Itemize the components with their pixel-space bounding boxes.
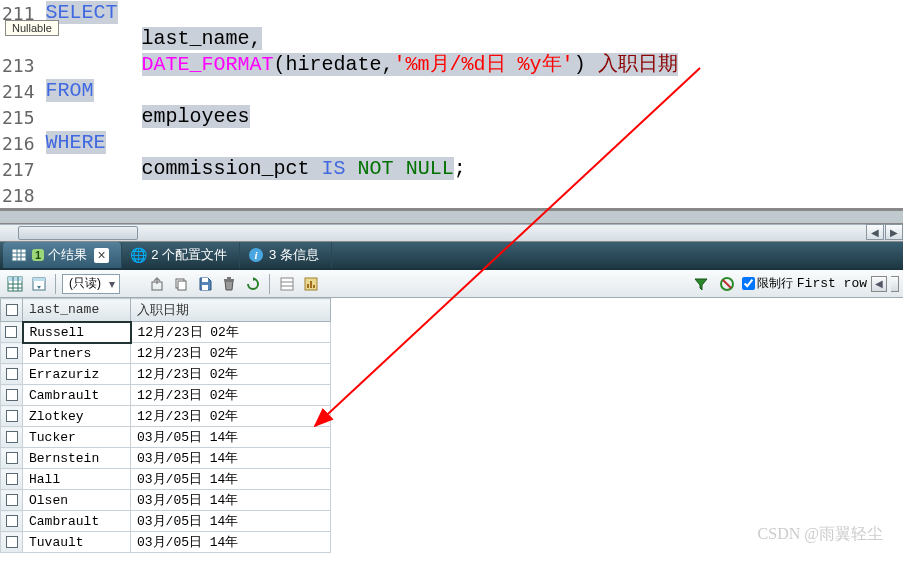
table-row[interactable]: Zlotkey12月/23日 02年 [1,406,331,427]
table-row[interactable]: Russell12月/23日 02年 [1,322,331,343]
svg-rect-19 [224,279,234,281]
nullable-tooltip: Nullable [5,20,59,36]
row-checkbox[interactable] [1,469,23,490]
row-checkbox[interactable] [1,385,23,406]
line-number: 213 [0,52,41,78]
tab-results[interactable]: 1 个结果 × [3,242,122,268]
limit-rows-input[interactable] [742,277,755,290]
cell-lastname[interactable]: Tucker [23,427,131,448]
clear-filter-button[interactable] [716,273,738,295]
row-checkbox[interactable] [1,427,23,448]
chart-button[interactable] [300,273,322,295]
code-line[interactable]: last_name, [46,26,899,52]
cell-hiredate[interactable]: 12月/23日 02年 [131,406,331,427]
scroll-thumb[interactable] [18,226,138,240]
cell-lastname[interactable]: Errazuriz [23,364,131,385]
toolbar-separator [55,274,57,294]
cell-hiredate[interactable]: 03月/05日 14年 [131,511,331,532]
grid-options-button[interactable] [276,273,298,295]
code-line[interactable]: commission_pct IS NOT NULL; [46,156,899,182]
row-checkbox[interactable] [1,364,23,385]
table-row[interactable]: Olsen03月/05日 14年 [1,490,331,511]
cell-hiredate[interactable]: 03月/05日 14年 [131,469,331,490]
results-count-badge: 1 [32,249,44,261]
row-checkbox[interactable] [1,490,23,511]
col-header-hiredate[interactable]: 入职日期 [131,299,331,322]
svg-rect-17 [202,285,208,290]
cell-hiredate[interactable]: 12月/23日 02年 [131,364,331,385]
cell-lastname[interactable]: Cambrault [23,511,131,532]
readonly-selector[interactable]: (只读) [62,274,120,294]
save-button[interactable] [194,273,216,295]
cell-lastname[interactable]: Hall [23,469,131,490]
code-line[interactable]: WHERE [46,130,899,156]
scroll-left-button[interactable]: ◀ [866,224,884,240]
header-checkbox-col[interactable] [1,299,23,322]
filter-button[interactable] [690,273,712,295]
svg-rect-0 [12,249,26,261]
watermark: CSDN @雨翼轻尘 [758,524,883,545]
export-button[interactable] [146,273,168,295]
svg-rect-16 [178,281,186,290]
refresh-button[interactable] [242,273,264,295]
firstrow-edge-button[interactable] [891,276,899,292]
code-area[interactable]: SELECT last_name, DATE_FORMAT(hiredate,'… [42,0,903,208]
copy-button[interactable] [170,273,192,295]
cell-lastname[interactable]: Tuvault [23,532,131,553]
table-row[interactable]: Errazuriz12月/23日 02年 [1,364,331,385]
tab-messages[interactable]: i 3 条信息 [240,242,332,268]
cell-lastname[interactable]: Cambrault [23,385,131,406]
code-line[interactable]: DATE_FORMAT(hiredate,'%m月/%d日 %y年') 入职日期 [46,52,899,78]
code-line[interactable]: employees [46,104,899,130]
code-line[interactable]: FROM [46,78,899,104]
row-checkbox[interactable] [1,343,23,364]
grid-view-button[interactable] [4,273,26,295]
line-number: 214 [0,78,41,104]
h-scrollbar[interactable]: ◀ ▶ [0,224,903,242]
cell-hiredate[interactable]: 12月/23日 02年 [131,322,331,343]
sql-editor[interactable]: 211213214215216217218 SELECT last_name, … [0,0,903,210]
tab-profiles[interactable]: 🌐 2 个配置文件 [122,242,240,268]
tab-results-close[interactable]: × [94,248,109,263]
table-row[interactable]: Bernstein03月/05日 14年 [1,448,331,469]
table-row[interactable]: Cambrault03月/05日 14年 [1,511,331,532]
cell-hiredate[interactable]: 03月/05日 14年 [131,532,331,553]
limit-rows-checkbox[interactable]: 限制行 [742,275,793,292]
results-table[interactable]: last_name 入职日期 Russell12月/23日 02年Partner… [0,298,331,553]
cell-lastname[interactable]: Russell [23,322,131,343]
code-line[interactable]: SELECT [46,0,899,26]
form-view-button[interactable] [28,273,50,295]
table-row[interactable]: Cambrault12月/23日 02年 [1,385,331,406]
table-row[interactable]: Tuvault03月/05日 14年 [1,532,331,553]
cell-lastname[interactable]: Bernstein [23,448,131,469]
row-checkbox[interactable] [1,322,23,343]
row-checkbox[interactable] [1,532,23,553]
svg-line-30 [723,280,731,288]
splitter-bar[interactable] [0,210,903,224]
svg-rect-18 [202,278,208,282]
line-number: 215 [0,104,41,130]
cell-hiredate[interactable]: 03月/05日 14年 [131,490,331,511]
cell-hiredate[interactable]: 03月/05日 14年 [131,427,331,448]
delete-button[interactable] [218,273,240,295]
cell-lastname[interactable]: Olsen [23,490,131,511]
svg-rect-22 [281,278,293,290]
row-checkbox[interactable] [1,448,23,469]
table-row[interactable]: Tucker03月/05日 14年 [1,427,331,448]
result-tabs-bar: 1 个结果 × 🌐 2 个配置文件 i 3 条信息 [0,242,903,270]
row-checkbox[interactable] [1,511,23,532]
scroll-right-button[interactable]: ▶ [885,224,903,240]
cell-lastname[interactable]: Partners [23,343,131,364]
col-header-lastname[interactable]: last_name [23,299,131,322]
firstrow-prev-button[interactable]: ◀ [871,276,887,292]
line-number: 217 [0,156,41,182]
table-row[interactable]: Partners12月/23日 02年 [1,343,331,364]
globe-icon: 🌐 [130,247,146,263]
cell-hiredate[interactable]: 12月/23日 02年 [131,343,331,364]
row-checkbox[interactable] [1,406,23,427]
cell-hiredate[interactable]: 12月/23日 02年 [131,385,331,406]
code-line[interactable] [46,182,899,208]
table-row[interactable]: Hall03月/05日 14年 [1,469,331,490]
cell-lastname[interactable]: Zlotkey [23,406,131,427]
cell-hiredate[interactable]: 03月/05日 14年 [131,448,331,469]
